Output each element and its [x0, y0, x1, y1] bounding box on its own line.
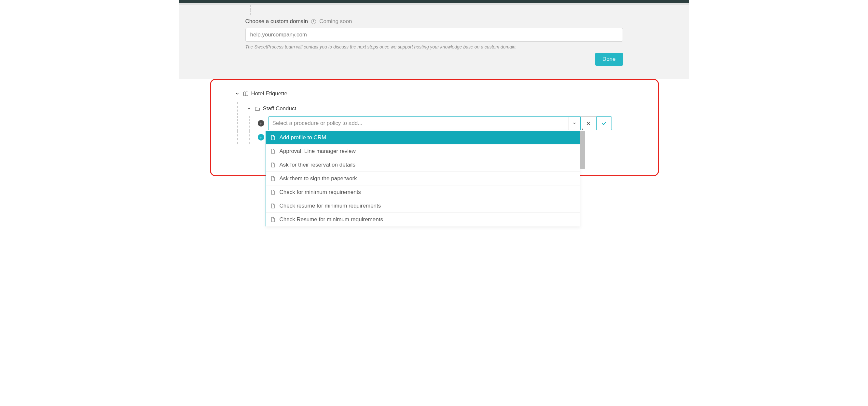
folder-icon: [254, 106, 260, 112]
add-procedure-row: +: [234, 116, 612, 131]
dropdown-item[interactable]: Check for minimum requirements: [266, 185, 580, 199]
domain-help-text: The SweetProcess team will contact you t…: [245, 44, 623, 50]
confirm-button[interactable]: [596, 117, 612, 130]
add-item-icon[interactable]: +: [258, 120, 264, 127]
svg-line-2: [587, 150, 590, 153]
add-folder-icon[interactable]: +: [246, 148, 253, 155]
dropdown-item-label: Check Resume for minimum requirements: [280, 216, 383, 223]
confirm-button[interactable]: [596, 145, 612, 158]
dropdown-item-label: Ask them to sign the paperwork: [280, 175, 357, 182]
book-icon: [243, 91, 249, 97]
document-icon: [270, 203, 276, 209]
dropdown-item[interactable]: Ask them to sign the paperwork: [266, 172, 580, 185]
dropdown-item-label: Check for minimum requirements: [280, 189, 361, 195]
procedure-select[interactable]: [268, 117, 581, 130]
add-subitem-row: +: [234, 131, 612, 144]
add-subitem-icon[interactable]: +: [258, 134, 264, 140]
dropdown-item-label: Approval: Line manager review: [280, 148, 356, 155]
document-icon: [270, 148, 276, 154]
knowledge-base-tree-area: Hotel Etiquette Staff Conduct ⋮ +: [179, 79, 689, 226]
document-icon: [270, 189, 276, 195]
document-icon: [270, 162, 276, 168]
document-icon: [270, 176, 276, 182]
tree-folder-label: Staff Conduct: [263, 105, 297, 112]
clock-icon: [311, 19, 316, 24]
tree-root-row[interactable]: Hotel Etiquette: [234, 87, 612, 100]
svg-line-3: [587, 150, 590, 153]
chevron-down-icon[interactable]: [246, 106, 252, 112]
domain-settings-panel: Choose a custom domain Coming soon The S…: [179, 5, 689, 79]
top-bar: [179, 0, 689, 3]
done-button[interactable]: Done: [595, 53, 623, 66]
tree-folder-row[interactable]: Staff Conduct ⋮: [234, 102, 612, 115]
dropdown-item[interactable]: Check Resume for minimum requirements: [266, 213, 580, 226]
custom-domain-input[interactable]: [245, 28, 623, 42]
chevron-down-icon[interactable]: [234, 91, 240, 97]
scroll-up-icon[interactable]: ▲: [581, 127, 584, 131]
coming-soon-badge: Coming soon: [319, 18, 352, 25]
dropdown-item[interactable]: Ask for their reservation details: [266, 158, 580, 172]
dropdown-item-label: Ask for their reservation details: [280, 162, 355, 168]
procedure-select-input[interactable]: [269, 117, 568, 130]
procedure-dropdown[interactable]: ▲ Add profile to CRM Approval: Line mana…: [266, 131, 580, 226]
tree-root-label: Hotel Etiquette: [251, 90, 288, 97]
folder-icon: [259, 148, 265, 154]
tree-connector: [250, 5, 251, 15]
document-icon: [270, 217, 276, 222]
dropdown-item-label: Check resume for minimum requirements: [280, 203, 381, 209]
custom-domain-label: Choose a custom domain: [245, 18, 308, 25]
chevron-down-icon[interactable]: [568, 117, 580, 130]
dropdown-item[interactable]: Approval: Line manager review: [266, 145, 580, 158]
dropdown-item[interactable]: Check resume for minimum requirements: [266, 199, 580, 213]
